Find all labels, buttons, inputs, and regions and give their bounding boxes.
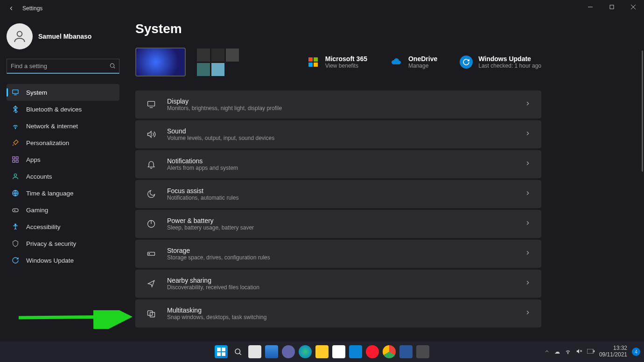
row-title: Focus assist: [167, 187, 238, 195]
notification-badge[interactable]: 4: [632, 348, 640, 356]
svg-rect-11: [16, 157, 18, 159]
windows-update-icon: [460, 56, 473, 69]
search-input[interactable]: [7, 59, 119, 74]
sidebar-item-label: Personalization: [26, 139, 69, 146]
svg-point-33: [235, 349, 240, 354]
settings-row-display[interactable]: DisplayMonitors, brightness, night light…: [135, 90, 541, 118]
chrome-icon[interactable]: [383, 345, 396, 358]
sidebar-item-windows-update[interactable]: Windows Update: [7, 252, 119, 269]
taskbar-search-icon[interactable]: [231, 345, 245, 358]
sidebar-item-privacy-security[interactable]: Privacy & security: [7, 235, 119, 252]
svg-rect-13: [16, 160, 18, 162]
sidebar-item-system[interactable]: System: [7, 84, 119, 101]
settings-taskbar-icon[interactable]: [416, 345, 429, 358]
gamepad-icon: [11, 206, 20, 214]
row-title: Multitasking: [167, 306, 266, 314]
sidebar-item-gaming[interactable]: Gaming: [7, 202, 119, 218]
widgets-icon[interactable]: [265, 345, 278, 358]
tray-onedrive-icon[interactable]: ☁: [554, 348, 560, 355]
bell-icon: [146, 160, 157, 169]
close-button[interactable]: [623, 0, 644, 14]
share-icon: [146, 279, 157, 288]
scrollbar[interactable]: [642, 50, 643, 172]
tray-chevron-icon[interactable]: [544, 348, 550, 355]
store-icon[interactable]: [332, 345, 345, 358]
tray-date: 09/11/2021: [599, 352, 627, 358]
svg-point-5: [110, 63, 114, 67]
sidebar-item-network-internet[interactable]: Network & internet: [7, 118, 119, 134]
theme-palette[interactable]: [197, 49, 239, 76]
row-sub: Notifications, automatic rules: [167, 195, 238, 201]
row-title: Storage: [167, 247, 270, 254]
svg-rect-39: [594, 350, 595, 352]
settings-row-nearby-sharing[interactable]: Nearby sharingDiscoverability, received …: [135, 270, 541, 298]
apps-icon: [11, 155, 20, 164]
update-sub: Last checked: 1 hour ago: [478, 63, 541, 69]
row-title: Power & battery: [167, 217, 254, 224]
task-view-icon[interactable]: [248, 345, 261, 358]
svg-rect-38: [587, 349, 593, 354]
chevron-right-icon: [525, 250, 531, 258]
mail-icon[interactable]: [349, 345, 362, 358]
maximize-button[interactable]: [601, 0, 623, 14]
power-icon: [146, 219, 157, 229]
sidebar-item-personalization[interactable]: Personalization: [7, 134, 119, 151]
file-explorer-icon[interactable]: [315, 345, 329, 358]
refresh-icon: [11, 256, 20, 265]
sidebar-item-apps[interactable]: Apps: [7, 151, 119, 168]
word-icon[interactable]: [399, 345, 413, 358]
tray-wifi-icon[interactable]: [565, 348, 571, 356]
sidebar-item-label: Gaming: [26, 207, 48, 214]
sidebar-item-accounts[interactable]: Accounts: [7, 168, 119, 185]
shield-icon: [11, 239, 20, 248]
tray-volume-icon[interactable]: [576, 348, 582, 356]
monitor-icon: [11, 88, 20, 97]
settings-row-notifications[interactable]: NotificationsAlerts from apps and system: [135, 150, 541, 178]
chat-icon[interactable]: [282, 345, 295, 358]
onedrive-link[interactable]: OneDriveManage: [390, 55, 437, 69]
storage-icon: [146, 249, 157, 258]
user-profile[interactable]: Samuel Mbanaso: [7, 23, 119, 49]
sidebar-item-label: Accounts: [26, 173, 52, 180]
start-button[interactable]: [215, 345, 228, 358]
row-title: Sound: [167, 127, 274, 135]
settings-row-sound[interactable]: SoundVolume levels, output, input, sound…: [135, 120, 541, 148]
sidebar-item-label: Apps: [26, 156, 41, 163]
chevron-right-icon: [525, 220, 531, 228]
globe-icon: [11, 189, 20, 197]
moon-icon: [146, 189, 157, 199]
back-button[interactable]: [4, 1, 19, 16]
bluetooth-icon: [11, 105, 20, 113]
onedrive-icon: [390, 56, 403, 69]
display-preview-thumbnail[interactable]: [135, 48, 186, 77]
update-title: Windows Update: [478, 55, 541, 63]
row-sub: Snap windows, desktops, task switching: [167, 314, 266, 320]
settings-row-focus-assist[interactable]: Focus assistNotifications, automatic rul…: [135, 180, 541, 208]
avatar-icon: [7, 23, 33, 49]
tray-time: 13:32: [599, 345, 627, 352]
row-sub: Alerts from apps and system: [167, 165, 238, 171]
svg-rect-12: [13, 160, 15, 162]
svg-rect-10: [13, 157, 15, 159]
svg-rect-31: [217, 352, 221, 356]
svg-point-35: [567, 353, 568, 354]
settings-row-storage[interactable]: StorageStorage space, drives, configurat…: [135, 240, 541, 268]
sidebar-item-bluetooth-devices[interactable]: Bluetooth & devices: [7, 101, 119, 118]
windows-update-link[interactable]: Windows UpdateLast checked: 1 hour ago: [460, 55, 541, 69]
row-title: Display: [167, 97, 282, 105]
brush-icon: [11, 139, 20, 147]
microsoft-365-link[interactable]: Microsoft 365View benefits: [307, 55, 367, 69]
sidebar-item-time-language[interactable]: Time & language: [7, 185, 119, 202]
tray-clock[interactable]: 13:32 09/11/2021: [599, 345, 627, 358]
minimize-button[interactable]: [580, 0, 601, 14]
edge-icon[interactable]: [299, 345, 312, 358]
tray-battery-icon[interactable]: [587, 348, 595, 355]
row-title: Nearby sharing: [167, 277, 259, 284]
svg-rect-32: [222, 352, 225, 356]
sidebar-item-accessibility[interactable]: Accessibility: [7, 218, 119, 235]
svg-point-25: [149, 253, 150, 254]
settings-row-power-battery[interactable]: Power & batterySleep, battery usage, bat…: [135, 210, 541, 238]
settings-row-multitasking[interactable]: MultitaskingSnap windows, desktops, task…: [135, 299, 541, 327]
opera-icon[interactable]: [366, 345, 379, 358]
chevron-right-icon: [525, 160, 531, 168]
